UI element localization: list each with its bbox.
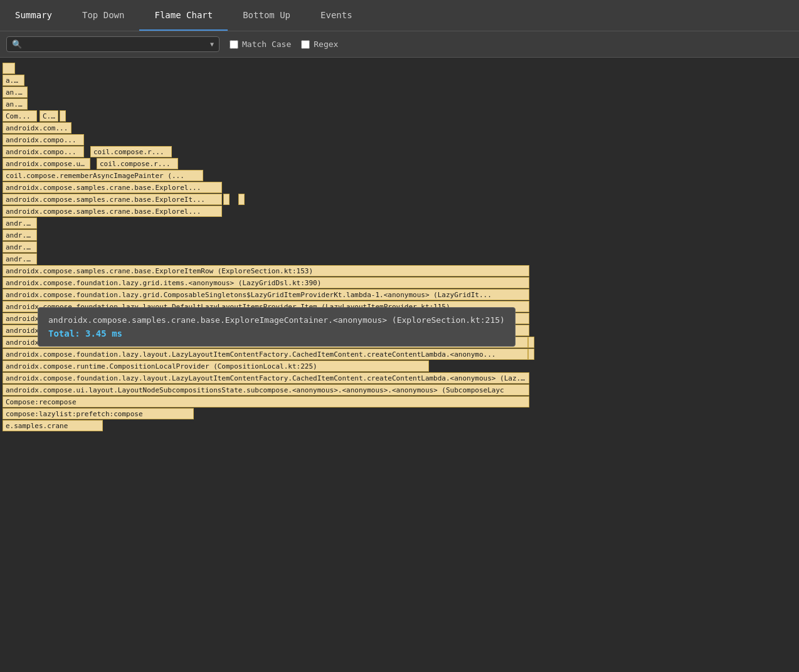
flame-bar[interactable]: androidx.compose.samples.crane.base.Expl… (3, 194, 222, 205)
flame-row (3, 63, 796, 74)
flame-chart-area: a...an...an...Com...C...androidx.com...a… (0, 58, 799, 437)
flame-bar[interactable]: androidx.compose.samples.crane.base.Expl… (3, 265, 529, 276)
tooltip-title: androidx.compose.samples.crane.base.Expl… (48, 315, 505, 325)
flame-row: androidx.compose.samples.crane.base.Expl… (3, 265, 796, 276)
flame-bar[interactable]: compose:lazylist:prefetch:compose (3, 408, 194, 419)
tooltip-total: Total: 3.45 ms (48, 328, 505, 339)
flame-row: androidx.compose.foundation.lazy.grid.Co… (3, 289, 796, 300)
flame-bar[interactable]: androidx.compose.foundation.lazy.grid.it… (3, 277, 529, 288)
tabs-bar: Summary Top Down Flame Chart Bottom Up E… (0, 0, 799, 31)
flame-bar[interactable]: Compose:recompose (3, 396, 529, 407)
flame-bar[interactable]: coil.compose.r... (90, 146, 172, 157)
flame-row: coil.compose.rememberAsyncImagePainter (… (3, 170, 796, 181)
flame-row: e.samples.crane (3, 420, 796, 431)
flame-bar[interactable]: an... (3, 98, 28, 110)
flame-bar[interactable]: androidx.compose.foundation.lazy.layout.… (3, 372, 529, 384)
flame-bar[interactable]: androidx.compose.ui.layout.LayoutNodeSub… (3, 384, 529, 396)
flame-bar[interactable]: andr... (3, 241, 37, 253)
flame-bar[interactable] (528, 349, 534, 360)
flame-bar[interactable]: androidx.compo... (3, 146, 84, 157)
flame-bar[interactable]: androidx.compo... (3, 134, 84, 145)
flame-bar[interactable]: andr... (3, 253, 37, 265)
flame-row: andr... (3, 229, 796, 241)
match-case-checkbox[interactable] (230, 40, 238, 49)
search-bar: 🔍 ▼ Match Case Regex (0, 31, 799, 58)
search-icon: 🔍 (12, 39, 22, 49)
flame-row: a... (3, 75, 796, 86)
tab-bottom-up[interactable]: Bottom Up (228, 0, 305, 31)
flame-bar[interactable] (3, 63, 15, 74)
flame-bar[interactable] (223, 194, 230, 205)
search-input-wrapper[interactable]: 🔍 ▼ (6, 36, 220, 52)
flame-bar[interactable]: andr... (3, 229, 37, 241)
flame-row: androidx.compo...coil.compose.r... (3, 146, 796, 157)
flame-bar[interactable]: Com... (3, 110, 37, 122)
flame-bar[interactable]: androidx.compose.runtime.CompositionLoca… (3, 360, 429, 372)
flame-row: an... (3, 98, 796, 110)
flame-bar[interactable]: coil.compose.r... (97, 158, 178, 169)
flame-row: androidx.compose.samples.crane.base.Expl… (3, 206, 796, 217)
flame-bar[interactable]: an... (3, 87, 28, 98)
flame-bar[interactable]: e.samples.crane (3, 420, 103, 431)
flame-row: androidx.compose.ui.layout.LayoutNodeSub… (3, 384, 796, 396)
flame-tooltip: androidx.compose.samples.crane.base.Expl… (38, 307, 516, 347)
flame-row: androidx.compose.samples.crane.base.Expl… (3, 182, 796, 193)
regex-text: Regex (314, 39, 338, 49)
regex-label[interactable]: Regex (301, 39, 338, 49)
tab-events[interactable]: Events (305, 0, 368, 31)
search-input[interactable] (26, 39, 206, 49)
flame-row: andr... (3, 253, 796, 265)
flame-bar[interactable]: coil.compose.rememberAsyncImagePainter (… (3, 170, 203, 181)
flame-bar[interactable]: a... (3, 75, 24, 86)
flame-row: Com...C... (3, 110, 796, 122)
flame-bar[interactable]: C... (40, 110, 58, 122)
flame-row: androidx.compose.foundation.lazy.grid.it… (3, 277, 796, 288)
flame-row: androidx.compose.samples.crane.base.Expl… (3, 194, 796, 205)
flame-bar[interactable]: androidx.com... (3, 122, 71, 134)
flame-bar[interactable]: androidx.compose.u... (3, 158, 90, 169)
flame-bar[interactable]: androidx.compose.samples.crane.base.Expl… (3, 182, 222, 193)
flame-row: compose:lazylist:prefetch:compose (3, 408, 796, 419)
match-case-text: Match Case (242, 39, 291, 49)
search-dropdown-icon[interactable]: ▼ (210, 41, 214, 48)
flame-row: Compose:recompose (3, 396, 796, 407)
tab-flame-chart[interactable]: Flame Chart (139, 0, 228, 31)
flame-bar[interactable] (60, 110, 66, 122)
flame-row: androidx.compose.runtime.CompositionLoca… (3, 360, 796, 372)
flame-row: andr... (3, 218, 796, 229)
flame-bar[interactable]: androidx.compose.foundation.lazy.layout.… (3, 349, 528, 360)
regex-checkbox[interactable] (301, 40, 310, 49)
flame-bar[interactable] (528, 337, 534, 348)
tab-top-down[interactable]: Top Down (67, 0, 139, 31)
flame-row: androidx.compose.foundation.lazy.layout.… (3, 372, 796, 384)
tab-summary[interactable]: Summary (0, 0, 67, 31)
flame-bar[interactable]: androidx.compose.samples.crane.base.Expl… (3, 206, 222, 217)
match-case-label[interactable]: Match Case (230, 39, 291, 49)
flame-row: an... (3, 87, 796, 98)
flame-row: androidx.compose.foundation.lazy.layout.… (3, 349, 796, 360)
flame-bar[interactable] (238, 194, 245, 205)
flame-row: androidx.compose.u...coil.compose.r... (3, 158, 796, 169)
flame-row: androidx.compo... (3, 134, 796, 145)
flame-bar[interactable]: andr... (3, 218, 37, 229)
flame-row: andr... (3, 241, 796, 253)
flame-row: androidx.com... (3, 122, 796, 134)
flame-bar[interactable]: androidx.compose.foundation.lazy.grid.Co… (3, 289, 529, 300)
